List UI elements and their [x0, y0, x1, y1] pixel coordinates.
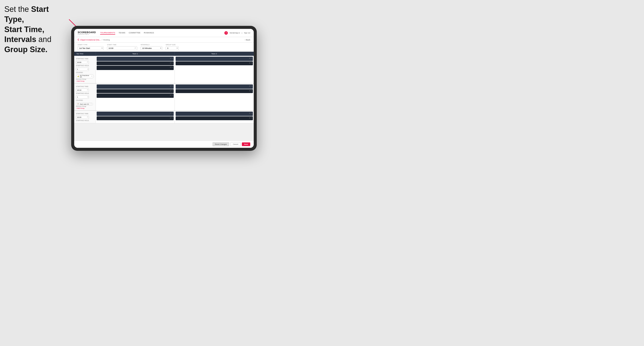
close-icon[interactable]: ✕ ✎ [170, 90, 173, 92]
breadcrumb-left: C Clippd Invitational (Ma... / Hosting [78, 38, 110, 41]
breadcrumb-bar: C Clippd Invitational (Ma... / Hosting ‹… [74, 37, 254, 43]
table-header-team1: Team 1 [96, 52, 175, 56]
starting-time-input-3[interactable] [76, 116, 89, 119]
close-icon[interactable]: ✕ ✎ [249, 90, 252, 92]
start-time-wrapper[interactable] [107, 46, 137, 50]
nav-link-rankings[interactable]: RANKINGS [144, 31, 154, 35]
start-type-select-wrapper[interactable]: 1st Tee Start Shotgun Start [78, 46, 104, 50]
group-left-3: STARTING TIME: STARTING HOLE: [74, 111, 96, 123]
course-icon-1: ⛳ [77, 75, 79, 77]
breadcrumb-section: Hosting [103, 39, 110, 41]
player-row: ✕ ✎ [97, 94, 174, 98]
remove-group-1[interactable]: Remove Group [76, 78, 94, 80]
close-icon[interactable]: ✕ ✎ [249, 85, 252, 87]
footer-bar: Reset Changes Cancel Save [74, 141, 254, 148]
close-icon[interactable]: ✕ ✎ [170, 85, 173, 87]
player-row: ✕ ✎ [97, 84, 174, 89]
player-row: ✕ ✎ [176, 112, 253, 116]
logo-text: SCOREBOARD [78, 31, 96, 34]
close-icon[interactable]: ✕ ✎ [170, 67, 173, 68]
team2-col-1: ✕ ✎ ✕ ✎ [175, 56, 254, 83]
course-label-1: COURSE: [76, 72, 94, 73]
course-label-2: COURSE: [76, 100, 94, 101]
course-x-1[interactable]: ✕ [91, 75, 92, 77]
instruction-line3: and [38, 35, 51, 44]
instruction-line1: Set the [4, 5, 29, 13]
user-avatar: B [224, 31, 228, 35]
close-icon[interactable]: ✕ ✎ [170, 112, 173, 114]
time-input-wrapper-2[interactable] [76, 88, 89, 92]
group-left-1: STARTING TIME: STARTING HOLE: 12 COURSE:… [74, 56, 96, 83]
nav-links: TOURNAMENTS TEAMS COMMITTEE RANKINGS [100, 31, 224, 35]
group-size-select-wrapper[interactable]: 3 2 4 [166, 46, 179, 50]
table-row: STARTING TIME: STARTING HOLE: 12 COURSE:… [74, 84, 254, 111]
reset-changes-button[interactable]: Reset Changes [212, 142, 229, 146]
table-row: STARTING TIME: STARTING HOLE: ✕ ✎ ✕ ✎ [74, 111, 254, 123]
close-icon[interactable]: ✕ ✎ [170, 62, 173, 64]
close-icon[interactable]: ✕ ✎ [249, 62, 252, 64]
close-icon[interactable]: ✕ ✎ [249, 117, 252, 119]
player-row: ✕ ✎ [97, 116, 174, 120]
course-tag-1: ⛳ (A) Peachtree GC ✕ [76, 74, 94, 78]
team1-col-1: ✕ ✎ ✕ ✎ ✕ ✎ [96, 56, 175, 83]
intervals-select[interactable]: 10 Minutes 8 Minutes 12 Minutes [141, 46, 162, 50]
breadcrumb-separator: / [102, 39, 102, 41]
time-input-wrapper-1[interactable] [76, 60, 89, 64]
starting-time-input-2[interactable] [76, 89, 89, 92]
starting-hole-select-2[interactable]: 12 [76, 95, 89, 99]
table-content[interactable]: STARTING TIME: STARTING HOLE: 12 COURSE:… [74, 56, 254, 141]
starting-hole-label-2: STARTING HOLE: [76, 93, 94, 94]
start-time-label: Start Time [107, 44, 137, 45]
course-x-2[interactable]: ✕ [90, 103, 92, 105]
intervals-label: Intervals [141, 44, 162, 45]
start-time-input[interactable] [107, 46, 137, 50]
player-row: ✕ ✎ [97, 57, 174, 61]
add-group-2[interactable]: + Add Group [76, 108, 94, 109]
remove-group-2[interactable]: Remove Group [76, 106, 94, 107]
save-button[interactable]: Save [242, 142, 250, 146]
nav-link-tournaments[interactable]: TOURNAMENTS [100, 31, 115, 35]
close-icon[interactable]: ✕ ✎ [249, 112, 252, 114]
user-email: blair@clipp.io [230, 32, 240, 34]
starting-hole-select-1[interactable]: 12 [76, 68, 89, 71]
tablet-frame: SCOREBOARD Powered by clipp.io TOURNAMEN… [71, 26, 257, 151]
course-icon-2: 🏌 [77, 103, 79, 105]
start-type-label: Start Type [78, 44, 104, 45]
group-teams-2: ✕ ✎ ✕ ✎ ✕ ✎ ✕ ✎ ✕ [96, 84, 254, 110]
table-header-team2: Team 2 [175, 52, 254, 56]
close-icon[interactable]: ✕ ✎ [170, 94, 173, 96]
player-row: ✕ ✎ [97, 61, 174, 65]
cancel-button[interactable]: Cancel [230, 142, 240, 146]
group-size-select[interactable]: 3 2 4 [166, 46, 179, 50]
start-type-group: Start Type 1st Tee Start Shotgun Start [78, 44, 104, 50]
starting-hole-select-wrapper-1[interactable]: 12 [76, 67, 89, 71]
intervals-select-wrapper[interactable]: 10 Minutes 8 Minutes 12 Minutes [141, 46, 162, 50]
nav-link-committee[interactable]: COMMITTEE [129, 31, 140, 35]
instruction-line2: Start Time, [4, 25, 44, 34]
group-size-label: Group Size [166, 44, 179, 45]
player-row: ✕ ✎ [176, 84, 253, 89]
close-icon[interactable]: ✕ ✎ [170, 57, 173, 59]
back-button[interactable]: ‹ Back [245, 39, 250, 41]
breadcrumb-tournament[interactable]: Clippd Invitational (Ma... [80, 39, 101, 41]
nav-link-teams[interactable]: TEAMS [119, 31, 125, 35]
starting-hole-select-wrapper-2[interactable]: 12 [76, 95, 89, 99]
sign-out-link[interactable]: Sign out [244, 32, 250, 34]
close-icon[interactable]: ✕ ✎ [249, 57, 252, 59]
group-left-2: STARTING TIME: STARTING HOLE: 12 COURSE:… [74, 84, 96, 110]
nav-bar: SCOREBOARD Powered by clipp.io TOURNAMEN… [74, 29, 254, 37]
player-row: ✕ ✎ [97, 89, 174, 93]
logo-sub: Powered by clipp.io [78, 34, 96, 35]
intervals-group: Intervals 10 Minutes 8 Minutes 12 Minute… [141, 44, 162, 50]
start-time-group: Start Time [107, 44, 137, 50]
player-row: ✕ ✎ [97, 66, 174, 70]
starting-time-input-1[interactable] [76, 61, 89, 64]
group-teams-3: ✕ ✎ ✕ ✎ ✕ ✎ ✕ ✎ [96, 111, 254, 123]
close-icon[interactable]: ✕ ✎ [170, 117, 173, 119]
start-type-select[interactable]: 1st Tee Start Shotgun Start [78, 46, 104, 50]
time-input-wrapper-3[interactable] [76, 115, 89, 119]
team2-col-2: ✕ ✎ ✕ ✎ [175, 84, 254, 110]
starting-time-label-2: STARTING TIME: [76, 86, 94, 87]
player-row: ✕ ✎ [176, 61, 253, 65]
add-group-1[interactable]: + Add Group [76, 80, 94, 82]
